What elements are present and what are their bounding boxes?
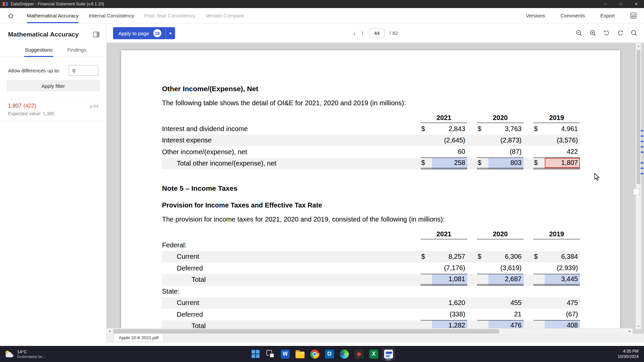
cell-dollar: [533, 274, 545, 286]
horizontal-scrollbar-thumb[interactable]: [113, 329, 499, 334]
acrobat-button[interactable]: [352, 347, 366, 361]
finding-marker[interactable]: [641, 130, 643, 131]
page-total-label: / 82: [389, 30, 398, 36]
table-year-header: 202120202019: [162, 112, 580, 123]
cell-value: 475: [545, 297, 580, 309]
workbook-button[interactable]: [630, 12, 637, 19]
nav-tab-mathematical-accuracy[interactable]: Mathematical Accuracy: [27, 8, 78, 23]
versions-button[interactable]: Versions: [526, 13, 545, 18]
home-button[interactable]: [5, 8, 17, 23]
finding-marker[interactable]: [641, 152, 643, 153]
scroll-left-button[interactable]: ◄: [107, 328, 112, 334]
chevron-down-icon[interactable]: ▾: [166, 31, 175, 36]
snip-highlight-blue[interactable]: 1,081: [432, 274, 467, 286]
vertical-scrollbar[interactable]: ▲ ▼: [636, 43, 641, 329]
start-button[interactable]: [249, 347, 262, 361]
finding-marker[interactable]: [641, 162, 643, 164]
table-row: Total1,0812,6873,445: [162, 274, 580, 286]
suggestion-item[interactable]: 1,807(422)p.44Expected value: 1,385: [0, 99, 106, 121]
difference-threshold-input[interactable]: [69, 65, 98, 76]
scroll-up-button[interactable]: ▲: [636, 43, 641, 49]
document-viewer[interactable]: Other Income/(Expense), Net The followin…: [107, 43, 644, 334]
apply-to-page-label: Apply to page: [113, 31, 153, 36]
word-button[interactable]: W: [278, 347, 292, 361]
cell-value: 6,384: [545, 251, 580, 263]
finding-marker[interactable]: [641, 146, 643, 147]
horizontal-scrollbar[interactable]: ◄ ►: [107, 328, 633, 334]
rotate-left-button[interactable]: [602, 29, 610, 37]
previous-suggestion-button[interactable]: ↑: [361, 29, 364, 37]
close-button[interactable]: ✕: [629, 0, 644, 8]
next-suggestion-button[interactable]: ↓: [353, 29, 356, 37]
minimize-button[interactable]: –: [598, 0, 613, 8]
collapse-panel-button[interactable]: [93, 32, 100, 38]
app-window: DataSnipper - Financial Statement Suite …: [0, 0, 644, 362]
scroll-down-button[interactable]: ▼: [636, 323, 641, 329]
cell-dollar: $: [533, 251, 545, 263]
snip-highlight-blue[interactable]: 258: [432, 158, 467, 170]
cell-value: 8,257: [432, 251, 467, 263]
cell-dollar: $: [533, 123, 545, 135]
edge-button[interactable]: [337, 347, 351, 361]
comments-button[interactable]: Comments: [560, 13, 585, 18]
sidebar-tab-findings[interactable]: Findings: [67, 47, 87, 57]
cell-value: (87): [488, 146, 524, 158]
finding-marker[interactable]: [641, 168, 643, 169]
cell-dollar: [533, 135, 545, 146]
finding-marker[interactable]: [641, 135, 643, 137]
page-number-input[interactable]: [369, 28, 384, 38]
maximize-button[interactable]: □: [613, 0, 629, 8]
weather-condition: Grotendeels be...: [17, 355, 45, 359]
finding-marker[interactable]: [641, 141, 643, 142]
cell-dollar: [477, 297, 488, 309]
clock-date: 10/30/2024: [618, 354, 639, 359]
cell-value: (2,645): [432, 135, 467, 146]
nav-actions: VersionsCommentsExport: [526, 8, 637, 23]
home-icon: [7, 12, 14, 19]
nav-tab-internal-consistency[interactable]: Internal Consistency: [89, 8, 134, 23]
apply-to-page-button[interactable]: Apply to page 18 ▾: [113, 27, 175, 39]
scrollbar-chip[interactable]: [633, 188, 640, 195]
rotate-right-button[interactable]: [616, 29, 624, 37]
finding-marker[interactable]: [641, 173, 643, 174]
cell-value: 21: [488, 309, 524, 320]
sidebar-title: Mathematical Accuracy: [8, 31, 79, 38]
export-button[interactable]: Export: [600, 13, 615, 18]
weather-widget[interactable]: 14°C Grotendeels be...: [0, 346, 51, 362]
task-view-button[interactable]: [264, 347, 277, 361]
spreadsheet-icon: [630, 12, 637, 19]
document-tab[interactable]: Apple 10-K 2021.pdf: [114, 334, 164, 342]
taskbar-clock[interactable]: 4:35 PM 10/30/2024: [618, 346, 644, 362]
folder-icon: [296, 352, 305, 358]
sidebar-tab-suggestions[interactable]: Suggestions: [24, 47, 53, 57]
chrome-button[interactable]: [308, 347, 321, 361]
outlook-button[interactable]: O: [323, 347, 336, 361]
excel-button[interactable]: X: [367, 347, 380, 361]
year-label: 2020: [477, 112, 524, 123]
snip-highlight-blue[interactable]: 2,687: [488, 274, 524, 286]
cell-value: (2,939): [545, 262, 580, 274]
oie-intro: The following table shows the detail of …: [162, 99, 580, 107]
file-explorer-button[interactable]: [293, 347, 307, 361]
apply-filter-button[interactable]: Apply filter: [7, 80, 100, 91]
rotate-right-icon: [617, 29, 624, 37]
vertical-scrollbar-thumb[interactable]: [637, 50, 640, 184]
search-button[interactable]: [630, 29, 638, 37]
note5-heading: Note 5 – Income Taxes: [162, 184, 580, 193]
zoom-in-button[interactable]: [589, 29, 597, 37]
table-row: Federal:: [162, 239, 580, 251]
cell-dollar: [421, 146, 432, 158]
zoom-out-button[interactable]: [575, 29, 583, 37]
table-row: Interest expense(2,645)(2,873)(3,576): [162, 135, 580, 146]
scroll-right-button[interactable]: ►: [627, 328, 633, 334]
cell-value: (338): [432, 309, 467, 320]
acrobat-icon: [355, 350, 364, 359]
zoom-in-icon: [589, 29, 596, 37]
datasnipper-button[interactable]: [382, 347, 395, 361]
cell-dollar: [533, 262, 545, 274]
snip-highlight-red[interactable]: 1,807: [545, 158, 580, 170]
snip-highlight-blue[interactable]: 3,445: [545, 274, 580, 286]
snip-highlight-blue[interactable]: 803: [488, 158, 524, 170]
cell-value: 1,620: [432, 297, 467, 309]
cell-dollar: $: [421, 123, 432, 135]
